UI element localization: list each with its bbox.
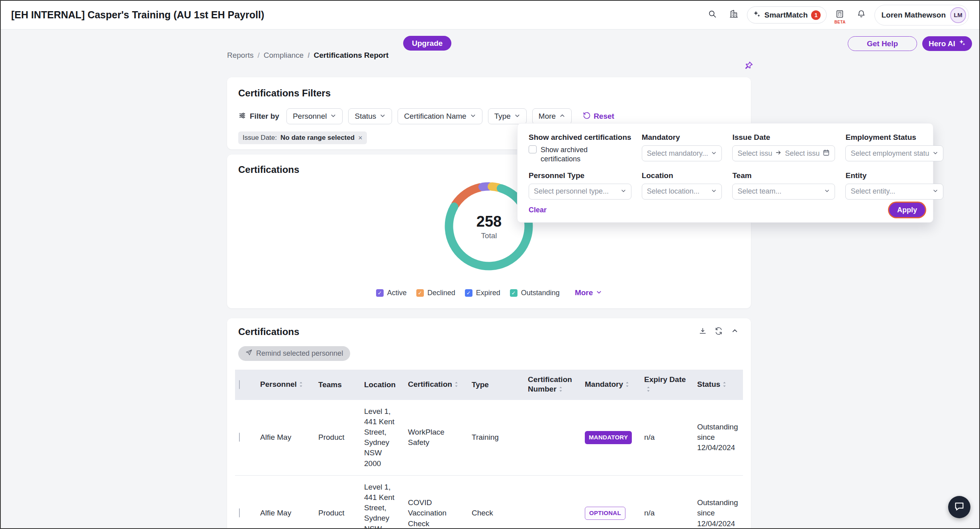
cell-certification-number: [524, 475, 581, 529]
col-type-label: Type: [472, 380, 489, 389]
legend-item-declined[interactable]: ✓ Declined: [416, 289, 455, 297]
status-filter-button[interactable]: Status: [348, 108, 392, 124]
type-filter-button[interactable]: Type: [488, 108, 527, 124]
chevron-down-icon: [933, 187, 938, 196]
mandatory-field: Mandatory Select mandatory...: [642, 133, 722, 164]
col-status[interactable]: Status: [693, 370, 743, 400]
col-teams[interactable]: Teams: [314, 370, 360, 400]
collapse-button[interactable]: [729, 327, 740, 337]
chevron-down-icon: [330, 112, 336, 121]
cell-certification: WorkPlace Safety: [404, 400, 468, 476]
col-location-label: Location: [364, 380, 396, 389]
chat-widget-button[interactable]: [948, 496, 970, 518]
archived-label: Show archived certifications: [529, 133, 631, 142]
archived-field: Show archived certifications Show archiv…: [529, 133, 631, 164]
legend-item-active[interactable]: ✓ Active: [376, 289, 407, 297]
reset-filters-button[interactable]: Reset: [583, 112, 614, 121]
issue-date-field: Issue Date Select issu Select issu: [732, 133, 835, 164]
pin-icon[interactable]: [743, 61, 754, 71]
chevron-up-icon: [731, 327, 738, 336]
filters-title: Certifications Filters: [238, 88, 740, 99]
building-icon: [729, 10, 738, 20]
breadcrumb-reports[interactable]: Reports: [227, 51, 254, 60]
clear-filters-link[interactable]: Clear: [529, 206, 547, 214]
legend-more-dropdown[interactable]: More: [575, 288, 602, 297]
col-mandatory[interactable]: Mandatory: [581, 370, 640, 400]
select-all-checkbox[interactable]: [239, 380, 240, 389]
certification-name-filter-button[interactable]: Certification Name: [398, 108, 482, 124]
notifications-button[interactable]: [853, 7, 870, 24]
table-card-title: Certifications: [238, 326, 299, 337]
upgrade-button[interactable]: Upgrade: [403, 36, 451, 51]
more-panel-footer: Clear Apply: [529, 203, 925, 217]
chip-close-icon[interactable]: ×: [358, 134, 363, 141]
chevron-down-icon: [596, 288, 602, 297]
table-row: Alfie May Product Level 1, 441 Kent Stre…: [235, 400, 743, 476]
issue-date-range-input[interactable]: Select issu Select issu: [732, 145, 835, 161]
cell-personnel: Alfie May: [256, 475, 314, 529]
chevron-down-icon: [711, 149, 717, 158]
get-help-button[interactable]: Get Help: [848, 36, 917, 51]
cell-status: Outstanding since 12/04/2024: [693, 475, 743, 529]
search-icon: [708, 10, 717, 20]
filter-by-label: Filter by: [250, 112, 279, 121]
chevron-down-icon: [380, 112, 386, 121]
issue-date-to-placeholder: Select issu: [785, 149, 819, 158]
location-select[interactable]: Select location...: [642, 184, 722, 200]
chart-legend: ✓ Active ✓ Declined ✓ Expired ✓ Outstand…: [227, 288, 751, 297]
search-button[interactable]: [704, 7, 721, 24]
legend-label-declined: Declined: [427, 289, 455, 297]
col-certification-number-label: Certification Number: [528, 375, 572, 393]
legend-item-outstanding[interactable]: ✓ Outstanding: [510, 289, 560, 297]
cell-expiry-date: n/a: [640, 400, 693, 476]
col-personnel[interactable]: Personnel: [256, 370, 314, 400]
col-certification[interactable]: Certification: [404, 370, 468, 400]
outstanding-checkbox[interactable]: ✓: [510, 289, 517, 297]
row-checkbox[interactable]: [239, 433, 240, 442]
table-card-actions: [698, 327, 740, 337]
status-filter-label: Status: [355, 112, 376, 121]
active-checkbox[interactable]: ✓: [376, 289, 384, 297]
team-select[interactable]: Select team...: [732, 184, 835, 200]
arrow-right-icon: [775, 149, 782, 158]
employment-status-select[interactable]: Select employment statu: [845, 145, 943, 161]
sparkle-icon: [958, 39, 966, 48]
payroll-icon: [835, 10, 844, 20]
remind-selected-personnel-button[interactable]: Remind selected personnel: [238, 346, 350, 361]
declined-checkbox[interactable]: ✓: [416, 289, 424, 297]
smartmatch-button[interactable]: SmartMatch 1: [747, 6, 827, 24]
breadcrumb-current: Certifications Report: [308, 51, 388, 60]
expired-checkbox[interactable]: ✓: [465, 289, 472, 297]
apply-filters-button[interactable]: Apply: [889, 203, 925, 217]
entity-select[interactable]: Select entity...: [845, 184, 943, 200]
cell-status: Outstanding since 12/04/2024: [693, 400, 743, 476]
personnel-filter-button[interactable]: Personnel: [286, 108, 343, 124]
issue-date-chip: Issue Date: No date range selected ×: [238, 131, 367, 144]
col-expiry-date[interactable]: Expiry Date: [640, 370, 693, 400]
hero-ai-button[interactable]: Hero AI: [922, 36, 972, 51]
download-button[interactable]: [698, 327, 708, 337]
legend-item-expired[interactable]: ✓ Expired: [465, 289, 500, 297]
payroll-beta-button[interactable]: BETA: [831, 7, 848, 24]
mandatory-select[interactable]: Select mandatory...: [642, 145, 722, 161]
employment-status-label: Employment Status: [845, 133, 943, 142]
cell-personnel: Alfie May: [256, 400, 314, 476]
location-placeholder: Select location...: [647, 187, 708, 196]
type-filter-label: Type: [494, 112, 511, 121]
breadcrumb-compliance[interactable]: Compliance: [258, 51, 304, 60]
organisation-button[interactable]: [725, 7, 742, 24]
col-type[interactable]: Type: [468, 370, 524, 400]
show-archived-checkbox[interactable]: [529, 145, 537, 153]
employment-status-placeholder: Select employment statu: [851, 149, 929, 158]
avatar: LM: [950, 7, 966, 23]
refresh-button[interactable]: [713, 327, 724, 337]
reset-label: Reset: [594, 112, 614, 121]
team-placeholder: Select team...: [737, 187, 821, 196]
row-checkbox[interactable]: [239, 508, 240, 517]
more-filter-button[interactable]: More: [532, 108, 572, 124]
user-menu[interactable]: Loren Mathewson LM: [874, 5, 969, 25]
col-location[interactable]: Location: [360, 370, 404, 400]
issue-date-label: Issue Date: [732, 133, 835, 142]
personnel-type-select[interactable]: Select personnel type...: [529, 184, 631, 200]
col-certification-number[interactable]: Certification Number: [524, 370, 581, 400]
